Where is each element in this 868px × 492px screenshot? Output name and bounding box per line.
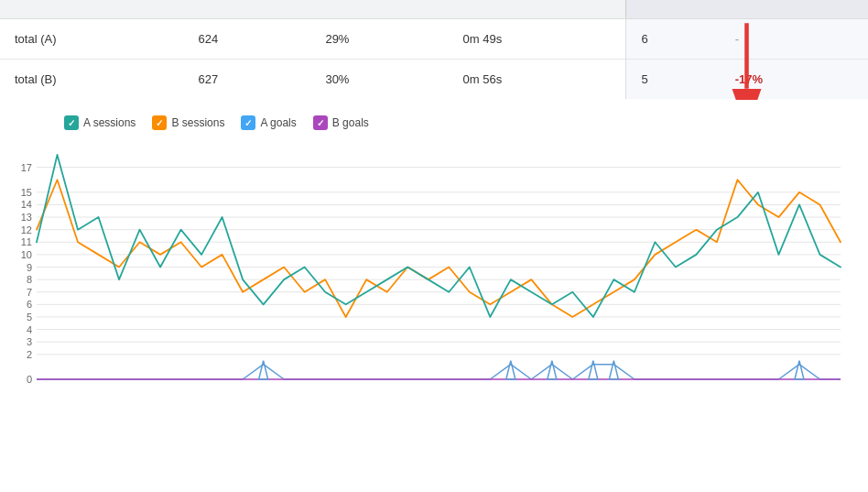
svg-marker-37 <box>589 361 598 379</box>
legend-label: B sessions <box>171 116 224 129</box>
col-header-improvement <box>721 0 868 19</box>
chart-wrapper: 02345678910111213141517 <box>0 141 868 407</box>
cell-scrolls: 29% <box>310 19 448 60</box>
svg-text:5: 5 <box>27 312 32 323</box>
chart-section: ✓ A sessions ✓ B sessions ✓ A goals ✓ B … <box>0 99 868 407</box>
chart-legend: ✓ A sessions ✓ B sessions ✓ A goals ✓ B … <box>64 115 369 130</box>
svg-text:13: 13 <box>21 212 32 223</box>
main-chart: 02345678910111213141517 <box>0 141 868 407</box>
svg-text:4: 4 <box>27 324 32 335</box>
col-header-variants <box>0 0 184 19</box>
svg-text:6: 6 <box>27 299 32 310</box>
svg-text:9: 9 <box>27 262 32 273</box>
col-header-goal <box>626 0 721 19</box>
cell-improvement: -17% <box>721 60 868 100</box>
legend-item: ✓ A sessions <box>64 115 136 130</box>
legend-icon: ✓ <box>313 115 328 130</box>
svg-text:8: 8 <box>27 274 32 285</box>
legend-label: A goals <box>260 116 296 129</box>
cell-goal: 6 <box>626 19 721 60</box>
svg-marker-34 <box>259 361 268 379</box>
cell-variant: total (B) <box>0 60 184 100</box>
svg-text:15: 15 <box>21 187 32 198</box>
table-row: total (B) 627 30% 0m 56s 5 -17% <box>0 60 868 100</box>
chart-header: ✓ A sessions ✓ B sessions ✓ A goals ✓ B … <box>0 115 868 130</box>
cell-improvement: - <box>721 19 868 60</box>
col-header-sessions <box>184 0 311 19</box>
data-table-section: total (A) 624 29% 0m 49s 6 - total (B) 6… <box>0 0 868 99</box>
cell-sessions: 624 <box>184 19 311 60</box>
svg-marker-36 <box>548 361 557 379</box>
legend-item: ✓ A goals <box>241 115 296 130</box>
legend-icon: ✓ <box>241 115 255 130</box>
cell-goal: 5 <box>626 60 721 100</box>
cell-scrolls: 30% <box>310 60 448 100</box>
col-header-scrolls <box>310 0 448 19</box>
svg-text:2: 2 <box>27 349 32 360</box>
legend-label: A sessions <box>83 116 136 129</box>
svg-text:14: 14 <box>21 199 32 210</box>
svg-marker-38 <box>609 361 618 379</box>
legend-label: B goals <box>332 116 369 129</box>
cell-avg-session: 0m 56s <box>449 60 626 100</box>
svg-text:0: 0 <box>27 374 32 385</box>
svg-text:12: 12 <box>21 224 32 235</box>
table-row: total (A) 624 29% 0m 49s 6 - <box>0 19 868 60</box>
svg-text:7: 7 <box>27 287 32 298</box>
svg-text:10: 10 <box>21 249 32 260</box>
variants-table: total (A) 624 29% 0m 49s 6 - total (B) 6… <box>0 0 868 99</box>
cell-sessions: 627 <box>184 60 311 100</box>
legend-icon: ✓ <box>152 115 167 130</box>
svg-marker-39 <box>795 361 804 379</box>
svg-text:11: 11 <box>21 236 32 247</box>
col-header-avg-session <box>449 0 626 19</box>
legend-icon: ✓ <box>64 115 79 130</box>
legend-item: ✓ B goals <box>313 115 369 130</box>
legend-item: ✓ B sessions <box>152 115 224 130</box>
svg-marker-35 <box>506 361 515 379</box>
cell-variant: total (A) <box>0 19 184 60</box>
svg-text:3: 3 <box>27 336 32 347</box>
cell-avg-session: 0m 49s <box>449 19 626 60</box>
svg-text:17: 17 <box>21 162 32 173</box>
